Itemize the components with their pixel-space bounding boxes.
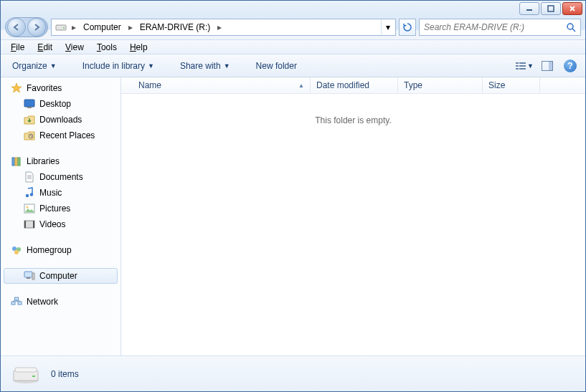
organize-button[interactable]: Organize▼: [6, 58, 62, 74]
nav-row: ▸ Computer ▸ ERAM-DRIVE (R:) ▸ ▾: [1, 15, 585, 39]
chevron-down-icon: ▼: [527, 62, 534, 70]
chevron-down-icon: ▼: [224, 62, 230, 70]
search-box[interactable]: [419, 19, 581, 36]
favorites-icon: [11, 82, 22, 94]
desktop-icon: [24, 98, 35, 110]
sort-ascending-icon: ▲: [298, 82, 304, 89]
menu-view[interactable]: View: [60, 41, 90, 54]
explorer-window: ▸ Computer ▸ ERAM-DRIVE (R:) ▸ ▾ File Ed…: [0, 0, 586, 392]
details-pane: 0 items: [1, 355, 585, 391]
nav-homegroup[interactable]: Homegroup: [1, 242, 120, 258]
help-button[interactable]: ?: [561, 58, 580, 74]
nav-network[interactable]: Network: [1, 294, 120, 310]
svg-rect-26: [33, 221, 34, 228]
column-type[interactable]: Type: [398, 77, 483, 93]
svg-rect-30: [24, 272, 32, 277]
window-controls: [519, 2, 582, 15]
nav-music[interactable]: Music: [1, 185, 120, 201]
svg-rect-15: [27, 107, 32, 108]
breadcrumb-computer[interactable]: Computer: [79, 19, 126, 35]
svg-rect-38: [32, 376, 35, 377]
new-folder-button[interactable]: New folder: [250, 58, 303, 74]
view-options-button[interactable]: ▼: [515, 58, 534, 74]
nav-pictures[interactable]: Pictures: [1, 201, 120, 216]
navigation-pane[interactable]: Favorites Desktop Downloads Recent Place…: [1, 77, 121, 355]
svg-rect-19: [18, 158, 20, 166]
breadcrumb-drive[interactable]: ERAM-DRIVE (R:): [136, 19, 215, 35]
chevron-right-icon[interactable]: ▸: [69, 22, 79, 32]
recent-places-icon: [24, 130, 35, 141]
nav-favorites[interactable]: Favorites: [1, 80, 120, 96]
chevron-right-icon[interactable]: ▸: [214, 22, 225, 32]
forward-button[interactable]: [27, 18, 46, 37]
svg-line-5: [572, 29, 575, 32]
nav-documents[interactable]: Documents: [1, 169, 120, 185]
videos-icon: [24, 219, 35, 230]
minimize-button[interactable]: [519, 2, 539, 15]
search-input[interactable]: [422, 21, 562, 33]
computer-icon: [24, 270, 35, 282]
svg-rect-11: [519, 68, 526, 70]
menu-file[interactable]: File: [5, 41, 30, 54]
menu-edit[interactable]: Edit: [32, 41, 58, 54]
search-icon[interactable]: [564, 21, 577, 34]
nav-videos[interactable]: Videos: [1, 216, 120, 232]
column-name[interactable]: Name ▲: [133, 77, 311, 93]
maximize-button[interactable]: [541, 2, 561, 15]
nav-desktop[interactable]: Desktop: [1, 96, 120, 112]
close-button[interactable]: [562, 2, 582, 15]
svg-point-29: [14, 250, 19, 254]
documents-icon: [24, 171, 35, 183]
chevron-right-icon[interactable]: ▸: [126, 22, 136, 32]
svg-rect-34: [18, 302, 22, 305]
svg-rect-24: [24, 221, 34, 228]
svg-rect-8: [516, 65, 519, 67]
body: Favorites Desktop Downloads Recent Place…: [1, 77, 585, 355]
content-area: Name ▲ Date modified Type Size This fold…: [121, 77, 585, 355]
include-in-library-button[interactable]: Include in library▼: [77, 58, 160, 74]
svg-rect-18: [15, 158, 17, 166]
nav-downloads[interactable]: Downloads: [1, 112, 120, 128]
svg-rect-39: [15, 368, 37, 372]
titlebar: [1, 1, 585, 15]
svg-rect-6: [516, 62, 519, 64]
preview-pane-button[interactable]: [538, 58, 557, 74]
chevron-down-icon: ▼: [148, 62, 154, 70]
drive-icon: [55, 21, 67, 34]
homegroup-icon: [11, 244, 22, 256]
address-bar[interactable]: ▸ Computer ▸ ERAM-DRIVE (R:) ▸ ▾: [51, 19, 396, 36]
svg-point-20: [26, 194, 29, 197]
file-list[interactable]: This folder is empty.: [121, 94, 585, 355]
music-icon: [24, 187, 35, 199]
nav-libraries[interactable]: Libraries: [1, 153, 120, 169]
address-dropdown[interactable]: ▾: [381, 19, 394, 35]
downloads-icon: [24, 114, 35, 125]
back-button[interactable]: [7, 18, 26, 37]
svg-rect-31: [27, 277, 30, 279]
column-headers: Name ▲ Date modified Type Size: [121, 77, 585, 94]
libraries-icon: [11, 156, 22, 167]
empty-folder-message: This folder is empty.: [315, 115, 391, 125]
svg-rect-13: [549, 62, 552, 70]
menu-tools[interactable]: Tools: [91, 41, 123, 54]
column-date-modified[interactable]: Date modified: [311, 77, 398, 93]
share-with-button[interactable]: Share with▼: [174, 58, 236, 74]
column-size[interactable]: Size: [483, 77, 540, 93]
help-icon: ?: [564, 59, 577, 72]
drive-icon: [11, 363, 41, 386]
refresh-button[interactable]: [399, 19, 416, 36]
svg-rect-7: [519, 62, 526, 64]
svg-rect-9: [519, 65, 526, 67]
menu-help[interactable]: Help: [124, 41, 153, 54]
nav-computer[interactable]: Computer: [4, 268, 118, 284]
svg-rect-33: [11, 302, 15, 305]
svg-rect-17: [12, 158, 14, 166]
svg-rect-3: [63, 27, 65, 29]
network-icon: [11, 296, 22, 307]
menu-bar: File Edit View Tools Help: [1, 39, 585, 54]
nav-recent-places[interactable]: Recent Places: [1, 128, 120, 143]
svg-rect-35: [15, 297, 19, 300]
svg-point-4: [567, 24, 573, 29]
command-bar: Organize▼ Include in library▼ Share with…: [1, 54, 585, 77]
svg-point-21: [30, 193, 33, 196]
